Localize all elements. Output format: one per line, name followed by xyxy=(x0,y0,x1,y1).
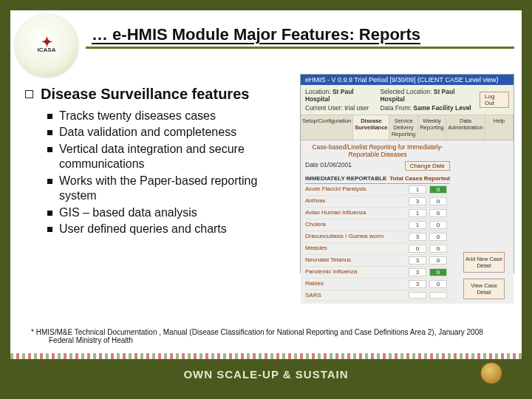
table-row[interactable]: Pandemic Influenza30 xyxy=(305,267,450,279)
body: Disease Surveillance features Tracks twe… xyxy=(10,64,522,273)
banner-decoration xyxy=(10,353,522,359)
case-panel: Case-based/Linelist Reporting for Immedi… xyxy=(301,140,454,304)
from-value: Same Facility Level xyxy=(413,104,471,112)
table-row[interactable]: Dracunculiasis / Guinea worm30 xyxy=(305,231,450,243)
tab-setup[interactable]: Setup/Configuration xyxy=(301,115,353,140)
africa-globe-icon xyxy=(480,362,502,384)
table-header: IMMEDIATELY REPORTABLE Total Cases Repor… xyxy=(305,174,450,184)
loc-label: Location: xyxy=(305,88,331,95)
feature-item: User defined queries and charts xyxy=(47,222,291,236)
case-count-b: 0 xyxy=(429,185,447,194)
user-label: Current User: xyxy=(305,104,343,112)
app-screenshot: eHMIS - V 0.9.9 Trial Period [9/30/09] (… xyxy=(300,74,514,273)
col-total: Total Cases Reported xyxy=(389,175,450,182)
square-bullet-icon xyxy=(25,90,33,98)
date-value: 01/06/2001 xyxy=(320,161,352,168)
disease-name: Avian Human Influenza xyxy=(305,209,409,217)
table-row[interactable]: SARS xyxy=(305,290,450,301)
feature-item: Works with the Paper-based reporting sys… xyxy=(47,174,291,204)
tab-service-delivery[interactable]: Service Delivery Reporting xyxy=(389,115,417,140)
disease-name: Neonatal Tetanus xyxy=(305,256,409,265)
date-label: Date xyxy=(305,161,318,168)
case-count-b: 0 xyxy=(429,280,447,288)
disease-name: Pandemic Influenza xyxy=(305,268,409,276)
case-title: Case-based/Linelist Reporting for Immedi… xyxy=(305,143,450,158)
feature-item: Vertical data integration and secure com… xyxy=(47,142,291,172)
change-date-button[interactable]: Change Date xyxy=(405,161,450,171)
disease-name: Dracunculiasis / Guinea worm xyxy=(305,233,409,241)
table-row[interactable]: Avian Human Influenza10 xyxy=(305,208,450,219)
banner: OWN SCALE-UP & SUSTAIN xyxy=(10,359,522,389)
case-count-a: 3 xyxy=(409,197,426,205)
case-count-a: 3 xyxy=(409,256,426,265)
case-count-a: 1 xyxy=(409,221,426,229)
logo-brand: ICASA xyxy=(38,47,56,53)
slide-page: ✦ ICASA … e-HMIS Module Major Features: … xyxy=(10,10,522,389)
case-count-a: 1 xyxy=(409,209,426,217)
table-row[interactable]: Neonatal Tetanus30 xyxy=(305,255,450,267)
footnote-line2: Federal Ministry of Health xyxy=(49,336,483,344)
case-count-b: 0 xyxy=(429,221,447,229)
tab-disease-surveillance[interactable]: Disease Surveillance xyxy=(353,115,389,140)
text-column: Disease Surveillance features Tracks twe… xyxy=(25,74,291,273)
table-row[interactable]: Acute Flaccid Paralysis10 xyxy=(305,184,450,196)
table-row[interactable]: Anthrax30 xyxy=(305,196,450,208)
app-main: Case-based/Linelist Reporting for Immedi… xyxy=(301,140,514,304)
case-count-b: 0 xyxy=(429,233,447,241)
section-heading: Disease Surveillance features xyxy=(25,86,291,103)
side-buttons: Add New Case Detail View Case Detail xyxy=(454,140,514,304)
case-count-b: 0 xyxy=(429,256,447,265)
case-count-b xyxy=(429,292,447,299)
table-row[interactable]: Measles00 xyxy=(305,243,450,255)
footnote-line1: * HMIS/M&E Technical Documentation , Man… xyxy=(31,328,483,336)
banner-text: OWN SCALE-UP & SUSTAIN xyxy=(183,368,348,381)
view-case-button[interactable]: View Case Detail xyxy=(463,279,505,299)
case-count-b: 0 xyxy=(429,197,447,205)
disease-name: Cholera xyxy=(305,221,409,229)
sel-loc-label: Selected Location: xyxy=(380,88,432,95)
disease-name: Anthrax xyxy=(305,197,409,205)
case-count-b: 0 xyxy=(429,268,447,276)
feature-item: Data validation and completeness xyxy=(47,125,291,140)
location-bar: Location: St Paul Hospital Current User:… xyxy=(301,85,514,115)
case-count-a: 1 xyxy=(409,185,426,194)
feature-list: Tracks twenty diseases cases Data valida… xyxy=(47,109,291,237)
case-count-a: 3 xyxy=(409,280,426,288)
logout-button[interactable]: Log Out xyxy=(480,92,509,108)
feature-item: Tracks twenty diseases cases xyxy=(47,109,291,123)
table-row[interactable]: Cholera10 xyxy=(305,219,450,231)
tab-bar: Setup/Configuration Disease Surveillance… xyxy=(301,115,514,140)
feature-item: GIS – based data analysis xyxy=(47,205,291,220)
add-case-button[interactable]: Add New Case Detail xyxy=(463,252,505,273)
disease-name: SARS xyxy=(305,292,409,299)
table-row[interactable]: Rabies30 xyxy=(305,279,450,290)
disease-name: Acute Flaccid Paralysis xyxy=(305,185,409,194)
case-count-b: 0 xyxy=(429,245,447,253)
footnote: * HMIS/M&E Technical Documentation , Man… xyxy=(31,328,483,344)
tab-data-admin[interactable]: Data Administration xyxy=(446,115,485,140)
disease-name: Rabies xyxy=(305,280,409,288)
title-underline xyxy=(86,47,514,49)
case-count-a: 3 xyxy=(409,233,426,241)
ribbon-icon: ✦ xyxy=(41,38,52,47)
case-count-a xyxy=(409,292,426,299)
col-disease: IMMEDIATELY REPORTABLE xyxy=(305,175,389,182)
logo: ✦ ICASA xyxy=(15,13,78,77)
tab-weekly[interactable]: Weekly Reporting xyxy=(418,115,446,140)
case-count-a: 3 xyxy=(409,268,426,276)
page-title: … e-HMIS Module Major Features: Reports xyxy=(92,25,514,44)
case-count-b: 0 xyxy=(429,209,447,217)
user-value: trial user xyxy=(344,104,369,112)
tab-help[interactable]: Help xyxy=(485,115,514,140)
case-count-a: 0 xyxy=(409,245,426,253)
disease-name: Measles xyxy=(305,245,409,253)
from-label: Data From: xyxy=(380,104,412,112)
section-heading-text: Disease Surveillance features xyxy=(41,86,249,103)
window-title: eHMIS - V 0.9.9 Trial Period [9/30/09] (… xyxy=(301,75,514,85)
table-body: Acute Flaccid Paralysis10Anthrax30Avian … xyxy=(305,184,450,301)
header: ✦ ICASA … e-HMIS Module Major Features: … xyxy=(10,10,522,64)
